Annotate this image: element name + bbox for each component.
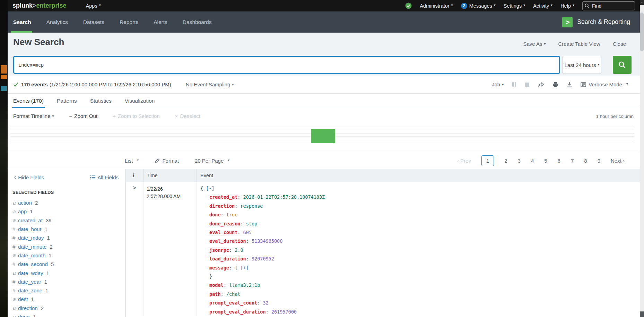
json-key-done[interactable]: done: [209, 212, 221, 217]
timeline-bar[interactable]: [311, 129, 335, 143]
json-value[interactable]: 261957000: [271, 309, 297, 315]
page-button-9[interactable]: 9: [598, 158, 600, 164]
close-button[interactable]: Close: [613, 41, 626, 47]
json-key-path[interactable]: path: [209, 291, 221, 297]
find-input[interactable]: [582, 1, 635, 10]
scrollbar-thumb[interactable]: [640, 12, 644, 51]
activity-menu[interactable]: Activity: [533, 3, 552, 9]
share-icon[interactable]: [538, 82, 544, 87]
json-expand-toggle[interactable]: [+]: [240, 265, 249, 271]
page-button-7[interactable]: 7: [571, 158, 574, 164]
field-item-created_at[interactable]: acreated_at39: [12, 216, 125, 225]
health-check-icon[interactable]: [405, 2, 412, 9]
json-key-prompt_eval_duration[interactable]: prompt_eval_duration: [209, 309, 266, 315]
json-key-load_duration[interactable]: load_duration: [209, 256, 246, 262]
print-icon[interactable]: [552, 82, 558, 87]
scroll-down-arrow[interactable]: [640, 311, 644, 317]
save-as-button[interactable]: Save As: [523, 41, 546, 47]
tab-patterns[interactable]: Patterns: [57, 94, 77, 108]
page-button-2[interactable]: 2: [504, 158, 507, 164]
json-value[interactable]: /chat: [226, 291, 241, 297]
json-value[interactable]: llama3.2:1b: [229, 282, 260, 288]
event-json-lines: created_at: 2026-01-22T02:57:28.10074183…: [200, 193, 640, 316]
field-item-done[interactable]: adone1: [12, 312, 125, 317]
nav-tab-dashboards[interactable]: Dashboards: [183, 19, 212, 25]
field-item-action[interactable]: aaction2: [12, 198, 125, 207]
search-query-input[interactable]: [13, 56, 560, 74]
field-item-date_hour[interactable]: #date_hour1: [12, 225, 125, 233]
json-key-message[interactable]: message: [209, 265, 229, 271]
field-item-date_wday[interactable]: adate_wday1: [12, 268, 125, 277]
json-value[interactable]: 2026-01-22T02:57:28.10074183Z: [243, 194, 325, 200]
list-view-menu[interactable]: List: [125, 158, 139, 164]
field-item-date_mday[interactable]: #date_mday1: [12, 233, 125, 242]
apps-menu[interactable]: Apps: [86, 3, 101, 9]
help-menu[interactable]: Help: [560, 3, 574, 9]
json-value[interactable]: 32: [263, 300, 268, 306]
json-value[interactable]: true: [226, 212, 238, 217]
json-value[interactable]: response: [240, 203, 263, 209]
json-value[interactable]: 2.0: [235, 247, 243, 253]
create-table-view-button[interactable]: Create Table View: [558, 41, 600, 47]
nav-tab-reports[interactable]: Reports: [120, 19, 138, 25]
pause-icon[interactable]: [512, 82, 516, 87]
json-key-model[interactable]: model: [209, 282, 224, 288]
format-menu[interactable]: Format: [155, 158, 179, 164]
hide-fields-button[interactable]: Hide Fields: [14, 174, 44, 180]
tab-visualization[interactable]: Visualization: [125, 94, 155, 108]
nav-tab-alerts[interactable]: Alerts: [154, 19, 167, 25]
all-fields-button[interactable]: All Fields: [90, 174, 119, 180]
user-menu[interactable]: Administrator: [420, 3, 453, 9]
field-item-date_zone[interactable]: #date_zone1: [12, 286, 125, 295]
page-button-6[interactable]: 6: [558, 158, 560, 164]
json-key-done_reason[interactable]: done_reason: [209, 221, 240, 226]
json-value[interactable]: stop: [246, 221, 258, 226]
json-key-direction[interactable]: direction: [209, 203, 235, 209]
scroll-up-arrow[interactable]: ▲: [640, 0, 644, 5]
page-button-4[interactable]: 4: [531, 158, 534, 164]
per-page-menu[interactable]: 20 Per Page: [195, 158, 229, 164]
json-collapse-toggle[interactable]: [-]: [206, 186, 214, 191]
field-count: 1: [45, 288, 48, 293]
next-page-button[interactable]: Next: [611, 158, 625, 164]
search-mode-menu[interactable]: Verbose Mode: [581, 82, 628, 87]
json-key-jsonrpc[interactable]: jsonrpc: [209, 247, 229, 253]
page-button-8[interactable]: 8: [584, 158, 587, 164]
stop-icon[interactable]: [525, 82, 530, 87]
settings-menu[interactable]: Settings: [504, 3, 525, 9]
json-key-eval_duration[interactable]: eval_duration: [209, 238, 246, 244]
field-item-direction[interactable]: adirection2: [12, 304, 125, 312]
json-value[interactable]: 51334965000: [252, 238, 282, 244]
nav-tab-analytics[interactable]: Analytics: [46, 19, 68, 25]
json-value[interactable]: 92070952: [252, 256, 274, 262]
expand-event-chevron[interactable]: >: [126, 182, 143, 316]
field-item-date_minute[interactable]: #date_minute2: [12, 242, 125, 251]
field-item-app[interactable]: aapp1: [12, 207, 125, 216]
app-switcher[interactable]: > Search & Reporting: [562, 17, 630, 27]
json-value[interactable]: 605: [243, 230, 252, 235]
messages-menu[interactable]: 2Messages: [461, 3, 496, 9]
active-nav-underline: [11, 31, 32, 33]
field-item-date_second[interactable]: #date_second5: [12, 260, 125, 268]
nav-tab-datasets[interactable]: Datasets: [83, 19, 104, 25]
tab-statistics[interactable]: Statistics: [90, 94, 112, 108]
field-item-dest[interactable]: adest1: [12, 295, 125, 303]
format-timeline-menu[interactable]: Format Timeline: [13, 113, 54, 119]
field-item-date_year[interactable]: #date_year1: [12, 277, 125, 286]
job-menu[interactable]: Job: [492, 82, 504, 87]
vertical-scrollbar[interactable]: ▲: [640, 0, 644, 317]
tab-events[interactable]: Events (170): [13, 94, 44, 108]
event-sampling-menu[interactable]: No Event Sampling: [186, 82, 234, 87]
field-item-date_month[interactable]: adate_month1: [12, 251, 125, 260]
json-key-prompt_eval_count[interactable]: prompt_eval_count: [209, 300, 257, 306]
page-button-5[interactable]: 5: [544, 158, 547, 164]
nav-tab-search[interactable]: Search: [13, 19, 31, 25]
page-button-3[interactable]: 3: [518, 158, 521, 164]
time-range-picker[interactable]: Last 24 hours: [563, 56, 601, 74]
zoom-out-button[interactable]: Zoom Out: [69, 113, 97, 119]
json-key-eval_count[interactable]: eval_count: [209, 230, 237, 235]
download-icon[interactable]: [567, 82, 572, 87]
page-button-1[interactable]: 1: [481, 155, 494, 166]
json-key-created_at[interactable]: created_at: [209, 194, 237, 200]
run-search-button[interactable]: [613, 56, 632, 74]
